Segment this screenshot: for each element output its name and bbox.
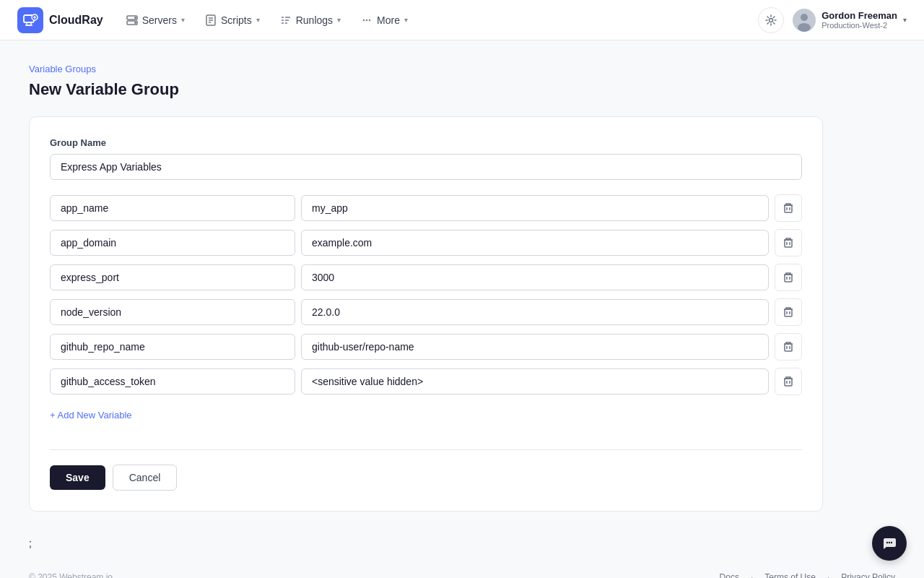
delete-variable-button[interactable] bbox=[775, 368, 802, 395]
variable-value-input[interactable] bbox=[301, 264, 769, 290]
variable-key-input[interactable] bbox=[50, 368, 295, 394]
nav-servers[interactable]: Servers ▾ bbox=[118, 9, 193, 32]
logo-text: CloudRay bbox=[49, 14, 103, 27]
trash-icon bbox=[783, 202, 793, 214]
copyright: © 2025 Webstream.io bbox=[29, 572, 113, 578]
svg-rect-27 bbox=[785, 205, 792, 212]
svg-point-26 bbox=[798, 23, 811, 32]
runlogs-icon bbox=[280, 14, 292, 26]
delete-variable-button[interactable] bbox=[775, 264, 802, 291]
variable-row bbox=[50, 298, 802, 326]
svg-rect-42 bbox=[785, 379, 792, 386]
nav-more[interactable]: More ▾ bbox=[352, 9, 417, 32]
delete-variable-button[interactable] bbox=[775, 333, 802, 361]
variable-row bbox=[50, 264, 802, 291]
variable-key-input[interactable] bbox=[50, 230, 295, 256]
variable-key-input[interactable] bbox=[50, 334, 295, 360]
cancel-button[interactable]: Cancel bbox=[113, 465, 178, 491]
group-name-input[interactable] bbox=[50, 154, 802, 180]
script-icon bbox=[205, 14, 217, 26]
trash-icon bbox=[783, 237, 793, 249]
variable-value-input[interactable] bbox=[301, 195, 769, 221]
servers-label: Servers bbox=[142, 14, 177, 26]
svg-point-22 bbox=[369, 19, 370, 20]
logo[interactable]: CloudRay bbox=[17, 7, 103, 33]
variable-key-input[interactable] bbox=[50, 264, 295, 290]
trash-icon bbox=[783, 376, 793, 387]
more-label: More bbox=[377, 14, 400, 26]
trash-icon bbox=[783, 272, 793, 283]
group-name-label: Group Name bbox=[50, 137, 802, 148]
user-menu[interactable]: Gordon Freeman Production-West-2 ▾ bbox=[793, 9, 907, 32]
variable-row bbox=[50, 368, 802, 395]
chat-button[interactable] bbox=[872, 526, 907, 561]
variable-key-input[interactable] bbox=[50, 299, 295, 325]
svg-point-9 bbox=[134, 22, 136, 23]
main-content: Variable Groups New Variable Group Group… bbox=[0, 40, 924, 535]
user-section: Gordon Freeman Production-West-2 ▾ bbox=[758, 7, 907, 33]
avatar bbox=[793, 9, 816, 32]
variable-row bbox=[50, 194, 802, 222]
variable-value-input[interactable] bbox=[301, 299, 769, 325]
more-icon bbox=[361, 14, 372, 26]
variable-row bbox=[50, 333, 802, 361]
svg-point-20 bbox=[363, 19, 365, 20]
variable-key-input[interactable] bbox=[50, 195, 295, 221]
breadcrumb[interactable]: Variable Groups bbox=[29, 64, 895, 74]
nav-runlogs[interactable]: Runlogs ▾ bbox=[271, 9, 349, 32]
user-region: Production-West-2 bbox=[821, 21, 897, 30]
more-chevron: ▾ bbox=[404, 16, 408, 24]
svg-point-23 bbox=[770, 18, 773, 22]
servers-chevron: ▾ bbox=[181, 16, 185, 24]
variables-section bbox=[50, 194, 802, 395]
svg-point-21 bbox=[366, 19, 367, 20]
user-chevron: ▾ bbox=[903, 16, 907, 24]
settings-button[interactable] bbox=[758, 7, 784, 33]
semicolon-text: ; bbox=[0, 535, 924, 549]
svg-rect-30 bbox=[785, 240, 792, 247]
delete-variable-button[interactable] bbox=[775, 194, 802, 222]
svg-rect-33 bbox=[785, 275, 792, 282]
add-variable-button[interactable]: + Add New Variable bbox=[50, 407, 132, 423]
runlogs-label: Runlogs bbox=[296, 14, 333, 26]
footer-privacy-link[interactable]: Privacy Policy bbox=[841, 572, 895, 578]
trash-icon bbox=[783, 306, 793, 318]
svg-point-8 bbox=[134, 17, 136, 18]
form-divider bbox=[50, 449, 802, 450]
variable-row bbox=[50, 229, 802, 256]
gear-icon bbox=[765, 14, 777, 26]
footer-terms-link[interactable]: Terms of Use bbox=[764, 572, 816, 578]
delete-variable-button[interactable] bbox=[775, 229, 802, 256]
svg-rect-39 bbox=[785, 344, 792, 351]
form-card: Group Name bbox=[29, 116, 823, 512]
user-name: Gordon Freeman bbox=[821, 10, 897, 21]
svg-point-45 bbox=[886, 542, 888, 543]
svg-point-47 bbox=[891, 542, 892, 543]
nav-scripts[interactable]: Scripts ▾ bbox=[196, 9, 269, 32]
variable-value-input[interactable] bbox=[301, 230, 769, 256]
chat-icon bbox=[881, 535, 897, 551]
footer-links: Docs · Terms of Use · Privacy Policy bbox=[720, 572, 895, 578]
footer-docs-link[interactable]: Docs bbox=[720, 572, 739, 578]
save-button[interactable]: Save bbox=[50, 465, 105, 490]
runlogs-chevron: ▾ bbox=[337, 16, 341, 24]
svg-point-46 bbox=[889, 542, 890, 543]
server-icon bbox=[126, 14, 138, 26]
variable-value-input[interactable] bbox=[301, 368, 769, 394]
trash-icon bbox=[783, 341, 793, 353]
footer: © 2025 Webstream.io Docs · Terms of Use … bbox=[0, 561, 924, 578]
action-row: Save Cancel bbox=[50, 465, 802, 491]
svg-point-25 bbox=[801, 14, 808, 21]
scripts-label: Scripts bbox=[221, 14, 252, 26]
svg-rect-36 bbox=[785, 309, 792, 316]
logo-icon bbox=[17, 7, 43, 33]
group-name-group: Group Name bbox=[50, 137, 802, 180]
navbar: CloudRay Servers ▾ Scripts ▾ Ru bbox=[0, 0, 924, 40]
variable-value-input[interactable] bbox=[301, 334, 769, 360]
delete-variable-button[interactable] bbox=[775, 298, 802, 326]
page-title: New Variable Group bbox=[29, 80, 895, 99]
scripts-chevron: ▾ bbox=[256, 16, 260, 24]
